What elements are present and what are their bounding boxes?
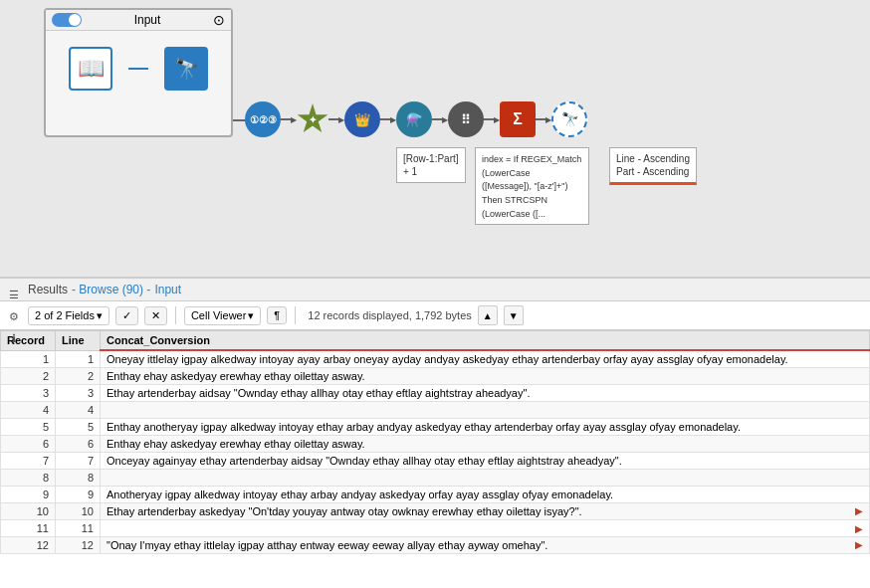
table-row[interactable]: 7 7 Onceyay againyay ethay artenderbay a…: [1, 453, 870, 470]
table-row[interactable]: 1 1 Oneyay ittlelay igpay alkedway intoy…: [1, 350, 870, 368]
tooltip-3: Line - Ascending Part - Ascending: [609, 147, 697, 185]
cell-concat: Enthay ehay askedyay erewhay ethay oilet…: [101, 368, 870, 385]
cell-line: 2: [56, 368, 101, 385]
cell-line: 5: [56, 419, 101, 436]
cell-record: 6: [1, 436, 56, 453]
cell-concat: Anotheryay igpay alkedway intoyay ethay …: [101, 487, 870, 503]
nav-down-btn[interactable]: ▼: [504, 305, 524, 325]
cell-viewer-chevron: ▾: [248, 309, 254, 322]
cell-concat: "Onay I'myay ethay ittlelay igpay atthay…: [101, 537, 870, 554]
nav-up-btn[interactable]: ▲: [478, 305, 498, 325]
cell-line: 4: [56, 402, 101, 419]
table-row[interactable]: 5 5 Enthay anotheryay igpay alkedway int…: [1, 419, 870, 436]
cell-record: 7: [1, 453, 56, 470]
connector-line: [128, 68, 148, 70]
pipeline-node-5[interactable]: ⠿: [448, 101, 484, 137]
list-icon[interactable]: ☰: [6, 287, 22, 302]
book-icon[interactable]: 📖: [69, 47, 112, 91]
input-node[interactable]: Input ⊙ 📖 🔭: [44, 8, 233, 137]
cell-record: 12: [1, 537, 56, 554]
results-table: Record Line Concat_Conversion 1 1 Oneyay…: [0, 330, 870, 554]
input-node-label: Input: [134, 13, 161, 27]
pipeline-node-1[interactable]: ①②③: [245, 101, 281, 137]
pipeline-node-7[interactable]: 🔭: [551, 101, 587, 137]
table-row[interactable]: 4 4: [1, 402, 870, 419]
pipeline-node-2[interactable]: ✦: [297, 103, 328, 135]
table-row[interactable]: 11 11 ▶: [1, 520, 870, 537]
col-header-concat[interactable]: Concat_Conversion: [101, 331, 870, 351]
cell-record: 3: [1, 385, 56, 402]
pipeline-node-6[interactable]: Σ: [500, 101, 536, 137]
cell-record: 4: [1, 402, 56, 419]
cell-record: 9: [1, 487, 56, 503]
conn-2: ▶: [328, 115, 344, 124]
conn-4: ▶: [432, 115, 448, 124]
conn-6: ▶: [536, 115, 551, 124]
results-source: Input: [154, 283, 181, 296]
cell-record: 5: [1, 419, 56, 436]
results-header: Results - Browse (90) - Input: [0, 279, 870, 301]
cell-line: 6: [56, 436, 101, 453]
cell-concat: ▶: [101, 520, 870, 537]
node-icons-container: 📖 🔭: [46, 31, 231, 106]
results-browse-text: - Browse (90) -: [72, 283, 150, 296]
input-node-title: Input ⊙: [46, 10, 231, 31]
cell-line: 3: [56, 385, 101, 402]
cell-line: 11: [56, 520, 101, 537]
conn-5: ▶: [484, 115, 500, 124]
cell-concat: Ethay artenderbay aidsay "Ownday ethay a…: [101, 385, 870, 402]
cell-record: 8: [1, 470, 56, 487]
options-btn[interactable]: ¶: [267, 306, 287, 324]
cell-viewer-dropdown[interactable]: Cell Viewer ▾: [184, 306, 261, 325]
results-label: Results: [28, 283, 68, 296]
table-header-row: Record Line Concat_Conversion: [1, 331, 870, 351]
table-row[interactable]: 3 3 Ethay artenderbay aidsay "Ownday eth…: [1, 385, 870, 402]
data-table: Record Line Concat_Conversion 1 1 Oneyay…: [0, 330, 870, 588]
table-row[interactable]: 10 10 Ethay artenderbay askedyay "On'tda…: [1, 503, 870, 520]
toggle-switch[interactable]: [52, 13, 82, 27]
sep-1: [175, 306, 176, 324]
info-icon[interactable]: ℹ: [6, 330, 22, 346]
pipeline-node-4[interactable]: ⚗️: [396, 101, 432, 137]
dropdown-chevron: ▾: [97, 309, 103, 322]
cell-concat: [101, 402, 870, 419]
results-area: ☰ ⚙ ℹ Results - Browse (90) - Input 2 of…: [0, 279, 870, 588]
cell-record: 10: [1, 503, 56, 520]
x-btn[interactable]: ✕: [144, 306, 167, 325]
table-row[interactable]: 6 6 Enthay ehay askedyay erewhay ethay o…: [1, 436, 870, 453]
cell-line: 12: [56, 537, 101, 554]
table-row[interactable]: 12 12 "Onay I'myay ethay ittlelay igpay …: [1, 537, 870, 554]
sep-2: [295, 306, 296, 324]
left-panel-icons: ☰ ⚙ ℹ: [6, 287, 22, 346]
record-count: 12 records displayed, 1,792 bytes: [308, 309, 472, 321]
cell-concat: [101, 470, 870, 487]
cell-record: 2: [1, 368, 56, 385]
binoculars-icon[interactable]: 🔭: [164, 47, 208, 91]
pipeline: ①②③ ▶ ✦ ▶ 👑 ▶ ⚗️ ▶ ⠿ ▶ Σ: [245, 101, 587, 137]
pipeline-node-3[interactable]: 👑: [344, 101, 380, 137]
cell-concat: Oneyay ittlelay igpay alkedway intoyay a…: [101, 350, 870, 368]
cell-concat: Enthay ehay askedyay erewhay ethay oilet…: [101, 436, 870, 453]
check-btn[interactable]: ✓: [115, 306, 138, 325]
cell-line: 7: [56, 453, 101, 470]
col-header-line[interactable]: Line: [56, 331, 101, 351]
table-row[interactable]: 8 8: [1, 470, 870, 487]
cell-concat: Ethay artenderbay askedyay "On'tday youy…: [101, 503, 870, 520]
tooltip-2: index = If REGEX_Match (LowerCase ([Mess…: [475, 147, 589, 225]
table-row[interactable]: 2 2 Enthay ehay askedyay erewhay ethay o…: [1, 368, 870, 385]
tooltip-1: [Row-1:Part] + 1: [396, 147, 466, 183]
collapse-icon[interactable]: ⊙: [213, 12, 225, 28]
cell-line: 1: [56, 350, 101, 368]
fields-dropdown[interactable]: 2 of 2 Fields ▾: [28, 306, 109, 325]
table-row[interactable]: 9 9 Anotheryay igpay alkedway intoyay et…: [1, 487, 870, 503]
node1-label: ①②③: [250, 114, 277, 125]
cell-line: 9: [56, 487, 101, 503]
results-toolbar: 2 of 2 Fields ▾ ✓ ✕ Cell Viewer ▾ ¶ 12 r…: [0, 301, 870, 330]
settings-icon[interactable]: ⚙: [6, 308, 22, 324]
conn-1: ▶: [281, 115, 297, 124]
cell-record: 1: [1, 350, 56, 368]
cell-concat: Enthay anotheryay igpay alkedway intoyay…: [101, 419, 870, 436]
cell-line: 8: [56, 470, 101, 487]
table-body: 1 1 Oneyay ittlelay igpay alkedway intoy…: [1, 350, 870, 554]
cell-record: 11: [1, 520, 56, 537]
